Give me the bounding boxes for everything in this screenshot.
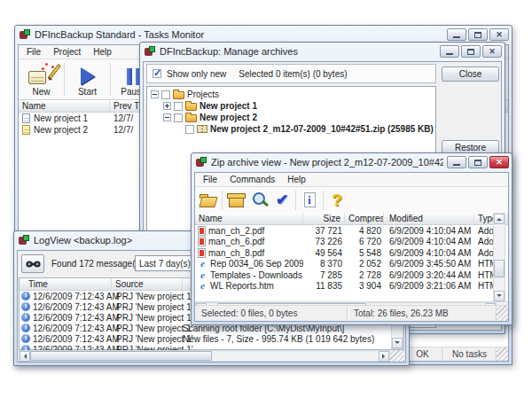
file-row[interactable]: Rep 0034_06 Sep 2009.htm 8 370 2 052 6/9… — [195, 259, 493, 270]
collapse-icon[interactable] — [163, 113, 171, 121]
start-task-button[interactable]: Start — [66, 61, 108, 98]
extract-button[interactable] — [224, 189, 247, 212]
scrollbar-thumb[interactable] — [30, 351, 212, 361]
file-row[interactable]: Templates - Downloads.htm 7 285 2 728 6/… — [195, 269, 493, 281]
maximize-button[interactable] — [468, 28, 488, 41]
item-checkbox[interactable] — [174, 113, 183, 122]
file-row[interactable]: man_ch_6.pdf 73 226 6 720 6/9/2009 4:10:… — [195, 237, 493, 248]
scroll-right-button[interactable] — [379, 351, 389, 362]
zip-archive-icon — [197, 125, 207, 133]
search-button[interactable] — [21, 254, 44, 273]
item-checkbox[interactable] — [161, 90, 170, 99]
toolbar-separator — [222, 191, 223, 210]
log-source: PRJ 'New project 1' — [116, 313, 193, 323]
menu-file[interactable]: File — [20, 45, 47, 59]
menu-file[interactable]: File — [197, 173, 223, 186]
column-modified[interactable]: Modified — [384, 213, 474, 224]
maximize-button[interactable] — [468, 156, 488, 168]
manage-archives-titlebar[interactable]: DFIncBackup: Manage archives ✕ — [140, 43, 505, 59]
expand-icon[interactable] — [163, 102, 171, 110]
menu-project[interactable]: Project — [47, 45, 87, 59]
file-row[interactable]: man_ch_2.pdf 37 721 4 820 6/9/2009 4:10:… — [195, 225, 493, 237]
minimize-button[interactable] — [440, 45, 459, 58]
close-button[interactable]: ✕ — [489, 28, 509, 41]
file-size: 7 285 — [303, 270, 345, 280]
tree-label: New project 1 — [200, 101, 257, 111]
log-row[interactable]: 12/6/2009 7:12:43 AM PRJ 'New project 1'… — [20, 333, 403, 344]
new-task-button[interactable]: New — [20, 61, 62, 98]
minimize-icon — [446, 53, 453, 55]
column-name[interactable]: Name — [19, 100, 110, 112]
resize-grip[interactable] — [497, 347, 508, 361]
file-list-header: Name Size Compress Modified Type — [195, 213, 508, 225]
close-button[interactable]: ✕ — [489, 156, 509, 168]
extract-icon — [229, 197, 244, 207]
maximize-icon — [467, 49, 474, 55]
help-button[interactable]: ? — [325, 189, 348, 212]
file-modified: 6/9/2009 4:10:04 AM — [384, 226, 474, 236]
item-checkbox[interactable] — [174, 102, 183, 111]
window-title: DFIncBackup Standard - Tasks Monitor — [35, 29, 443, 40]
open-archive-button[interactable] — [197, 189, 220, 212]
tree-label: New project 2 — [200, 113, 257, 122]
log-horizontal-scrollbar[interactable] — [19, 350, 390, 362]
tree-item-projects[interactable]: Projects — [147, 89, 435, 100]
log-time: 12/6/2009 7:12:43 AM — [33, 292, 120, 301]
tree-item-archive[interactable]: New project 2_m12-07-2009_10#42#51.zip (… — [147, 123, 435, 135]
menu-help[interactable]: Help — [281, 173, 312, 186]
column-size[interactable]: Size — [303, 213, 345, 224]
file-size: 8 370 — [303, 259, 345, 269]
collapse-icon[interactable] — [151, 90, 159, 98]
task-name: New project 1 — [34, 113, 88, 123]
scroll-down-button[interactable] — [392, 338, 403, 348]
tasks-monitor-titlebar[interactable]: DFIncBackup Standard - Tasks Monitor ✕ — [15, 26, 512, 43]
zip-archive-window: Zip archive view - New project 2_m12-07-… — [191, 152, 512, 325]
info-icon — [21, 334, 30, 343]
minimize-icon — [453, 164, 460, 166]
info-icon — [21, 324, 30, 332]
close-archives-button[interactable]: Close — [442, 66, 499, 82]
info-button[interactable] — [298, 189, 321, 212]
scroll-left-button[interactable] — [20, 351, 30, 362]
pdf-file-icon — [198, 237, 206, 246]
preview-button[interactable] — [247, 189, 270, 212]
menu-help[interactable]: Help — [87, 45, 118, 59]
show-only-new-checkbox[interactable] — [153, 69, 161, 78]
file-list: man_ch_2.pdf 37 721 4 820 6/9/2009 4:10:… — [195, 225, 493, 292]
file-size: 11 835 — [303, 281, 345, 291]
window-title: Zip archive view - New project 2_m12-07-… — [211, 157, 443, 168]
zip-status-bar: Selected: 0 files, 0 bytes Total: 26 fil… — [195, 305, 508, 321]
scroll-up-button[interactable] — [494, 214, 505, 224]
maximize-button[interactable] — [461, 45, 481, 58]
file-modified: 6/9/2009 3:21:06 AM — [384, 281, 474, 291]
column-source[interactable]: Source — [112, 278, 183, 290]
scroll-down-button[interactable] — [494, 291, 505, 301]
scrollbar-thumb[interactable] — [494, 260, 505, 277]
file-compress: 4 820 — [345, 226, 384, 236]
minimize-button[interactable] — [447, 156, 466, 168]
tree-item-project1[interactable]: New project 1 — [147, 100, 435, 112]
project-file-icon — [22, 113, 30, 123]
date-range-value: Last 7 day(s): — [139, 259, 193, 269]
test-archive-button[interactable]: ✔ — [270, 189, 293, 212]
close-button[interactable]: ✕ — [482, 45, 502, 58]
minimize-button[interactable] — [447, 28, 466, 41]
column-name[interactable]: Name — [195, 213, 303, 224]
html-file-icon — [198, 281, 207, 291]
tree-item-project2[interactable]: New project 2 — [147, 112, 435, 123]
open-archive-icon — [200, 194, 217, 207]
pdf-file-icon — [198, 248, 206, 258]
column-compress[interactable]: Compress — [345, 213, 384, 224]
zip-vertical-scrollbar[interactable] — [493, 213, 505, 302]
menu-commands[interactable]: Commands — [223, 173, 281, 186]
tree-label: New project 2_m12-07-2009_10#42#51.zip (… — [210, 124, 434, 134]
app-icon — [20, 29, 30, 40]
folder-icon — [185, 103, 197, 111]
file-row[interactable]: WL Reports.htm 11 835 3 904 6/9/2009 3:2… — [195, 281, 493, 293]
resize-grip[interactable] — [497, 306, 508, 321]
file-row[interactable]: man_ch_8.pdf 49 564 5 548 6/9/2009 4:10:… — [195, 247, 493, 259]
test-check-icon: ✔ — [276, 192, 288, 207]
zip-archive-titlebar[interactable]: Zip archive view - New project 2_m12-07-… — [192, 153, 512, 170]
column-time[interactable]: Time — [20, 278, 112, 290]
item-checkbox[interactable] — [185, 125, 194, 134]
